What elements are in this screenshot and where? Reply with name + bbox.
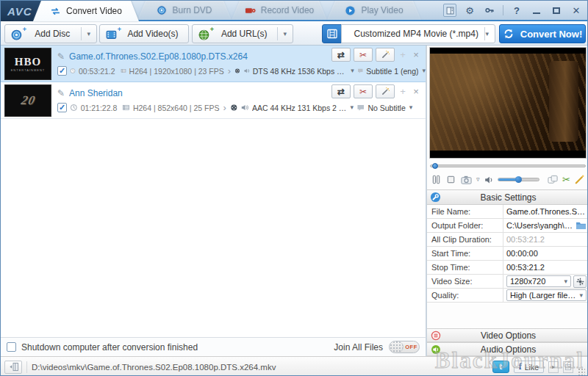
effects-wand-button[interactable] <box>574 174 585 185</box>
snapshot-camera-button[interactable] <box>460 174 473 185</box>
remove-item-icon[interactable]: × <box>411 86 421 97</box>
snapshot-caret[interactable]: ▿ <box>476 176 480 183</box>
titlebar: AVC Convert Video Burn DVD Record Video … <box>1 1 587 21</box>
seek-bar[interactable] <box>430 162 586 170</box>
file-row-actions: ⇄ ✂ + × <box>331 48 421 62</box>
file-row-actions: ⇄ ✂ + × <box>331 84 421 98</box>
file-row[interactable]: HBO ENTERTAINMENT ✎ Game.of.Thrones.S02.… <box>1 46 426 82</box>
filename-value[interactable]: Game.of.Thrones.S02.Ep08.... <box>506 207 587 216</box>
subtitle-select[interactable]: No Subtitle ▾ <box>368 104 426 112</box>
audio-track-select[interactable]: DTS 48 KHz 1536 Kbps 6 C... ▾ <box>253 67 354 76</box>
file-row[interactable]: 20 ✎ Ann Sheridan ✓ 01:21:22.8 H264 | 85… <box>1 82 426 119</box>
add-urls-button[interactable]: + Add URL(s) ▾ <box>192 24 293 43</box>
stop-time-value[interactable]: 00:53:21.2 <box>506 263 587 272</box>
video-size-select[interactable]: 1280x720 ▾ <box>506 275 571 287</box>
thumbnail-logo: 20 <box>19 93 36 108</box>
convert-item-button[interactable]: ⇄ <box>331 48 351 62</box>
basic-settings-panel: Basic Settings File Name: Game.of.Throne… <box>427 189 588 303</box>
edit-title-icon[interactable]: ✎ <box>57 88 65 98</box>
file-title[interactable]: Ann Sheridan <box>69 88 123 98</box>
volume-knob[interactable] <box>515 176 522 183</box>
output-profile-select[interactable]: Customized MP4 Movie (*.mp4) ▾ <box>341 24 495 43</box>
basic-settings-header[interactable]: Basic Settings <box>427 190 588 205</box>
subtitle-select[interactable]: Subtitle 1 (eng) ▾ <box>366 67 426 76</box>
remove-item-icon[interactable]: × <box>411 49 421 60</box>
dropdown-caret: ▾ <box>485 31 489 37</box>
minimize-button[interactable] <box>530 4 543 17</box>
tab-label: Convert Video <box>66 6 122 16</box>
join-all-files-label: Join All Files <box>334 342 383 352</box>
setting-row-stop-time: Stop Time: 00:53:21.2 <box>427 261 588 275</box>
record-video-camera-icon <box>245 6 256 15</box>
codec-info: H264 | 852x640 | 25 FPS <box>133 104 220 112</box>
edit-title-icon[interactable]: ✎ <box>57 51 65 62</box>
seek-knob[interactable] <box>432 163 438 169</box>
facebook-like-button[interactable]: f Like <box>514 361 544 373</box>
file-duration: 00:53:21.2 <box>79 67 115 76</box>
resize-grip[interactable] <box>578 368 585 375</box>
register-key-icon[interactable] <box>483 4 496 17</box>
join-all-files-toggle[interactable]: OFF <box>389 341 420 353</box>
codec-film-icon <box>122 103 130 112</box>
list-panel-button[interactable] <box>563 361 573 373</box>
log-panel-icon[interactable] <box>443 4 456 17</box>
close-button[interactable]: ✕ <box>570 4 583 17</box>
file-duration: 01:21:22.8 <box>81 104 118 112</box>
tab-burn-dvd[interactable]: Burn DVD <box>137 1 232 20</box>
volume-slider[interactable] <box>498 178 540 181</box>
app-window: AVC Convert Video Burn DVD Record Video … <box>0 0 588 376</box>
settings-gear-icon[interactable]: ⚙ <box>463 4 476 17</box>
file-checkbox[interactable]: ✓ <box>57 66 67 76</box>
video-size-value: 1280x720 <box>510 277 561 286</box>
setting-row-output-folder: Output Folder: C:\Users\yangh\Videos... <box>427 219 588 233</box>
toggle-state: OFF <box>404 344 419 350</box>
video-options-header[interactable]: Video Options <box>427 328 588 342</box>
player-controls: ▿ ✂ <box>429 171 587 188</box>
trim-button[interactable]: ✂ <box>354 48 373 62</box>
clip-scissors-button[interactable]: ✂ <box>562 174 570 185</box>
add-item-icon[interactable]: + <box>398 86 408 97</box>
file-title[interactable]: Game.of.Thrones.S02.Ep08.1080p.DTS.x264 <box>69 51 248 62</box>
convert-item-button[interactable]: ⇄ <box>331 84 351 98</box>
convert-now-button[interactable]: Convert Now! <box>499 24 586 43</box>
display-mode-button[interactable] <box>547 174 559 185</box>
tab-record-video[interactable]: Record Video <box>232 1 327 20</box>
file-checkbox[interactable]: ✓ <box>57 103 67 112</box>
output-folder-value[interactable]: C:\Users\yangh\Videos... <box>506 221 573 230</box>
pause-button[interactable] <box>431 174 442 185</box>
thumbnail-sublogo: ENTERTAINMENT <box>11 68 46 72</box>
quality-select[interactable]: High (Larger file size) ▾ <box>506 289 587 301</box>
tab-play-video[interactable]: Play Video <box>327 1 421 20</box>
expand-button[interactable]: ▸ <box>548 361 559 373</box>
trim-button[interactable]: ✂ <box>354 84 373 98</box>
profile-film-icon <box>322 24 342 43</box>
setting-row-video-size: Video Size: 1280x720 ▾ <box>427 275 588 289</box>
audio-track-select[interactable]: AAC 44 KHz 131 Kbps 2 C... ▾ <box>252 104 354 112</box>
add-videos-button[interactable]: + Add Video(s) <box>99 24 189 43</box>
status-bar: D:\videos\mkv\Game.of.Thrones.S02.Ep08.1… <box>1 356 588 376</box>
audio-track-value: AAC 44 KHz 131 Kbps 2 C... <box>252 104 346 112</box>
help-button[interactable]: ? <box>510 4 523 17</box>
video-size-gear-button[interactable] <box>573 275 587 288</box>
twitter-button[interactable]: t <box>492 361 509 373</box>
maximize-button[interactable] <box>550 4 563 17</box>
audio-options-icon <box>431 344 441 357</box>
setting-label: File Name: <box>427 205 503 218</box>
tab-convert-video[interactable]: Convert Video <box>33 1 139 21</box>
codec-film-icon <box>121 66 126 76</box>
effects-wand-button[interactable] <box>376 84 395 98</box>
stop-button[interactable] <box>445 174 456 185</box>
audio-options-header[interactable]: Audio Options <box>427 342 588 356</box>
wrench-icon <box>430 192 441 205</box>
add-disc-button[interactable]: + Add Disc ▾ <box>4 24 97 43</box>
start-time-value[interactable]: 00:00:00 <box>506 249 587 258</box>
file-list: HBO ENTERTAINMENT ✎ Game.of.Thrones.S02.… <box>1 46 426 337</box>
shutdown-checkbox[interactable] <box>7 342 16 352</box>
setting-row-duration: All Clip Duration: 00:53:21.2 <box>427 233 588 247</box>
volume-speaker-icon[interactable] <box>484 175 494 185</box>
effects-wand-button[interactable] <box>376 48 395 62</box>
folder-icon[interactable] <box>576 221 587 230</box>
setting-row-start-time: Start Time: 00:00:00 <box>427 247 588 261</box>
add-item-icon[interactable]: + <box>398 49 408 60</box>
toggle-panel-button[interactable] <box>4 361 22 374</box>
